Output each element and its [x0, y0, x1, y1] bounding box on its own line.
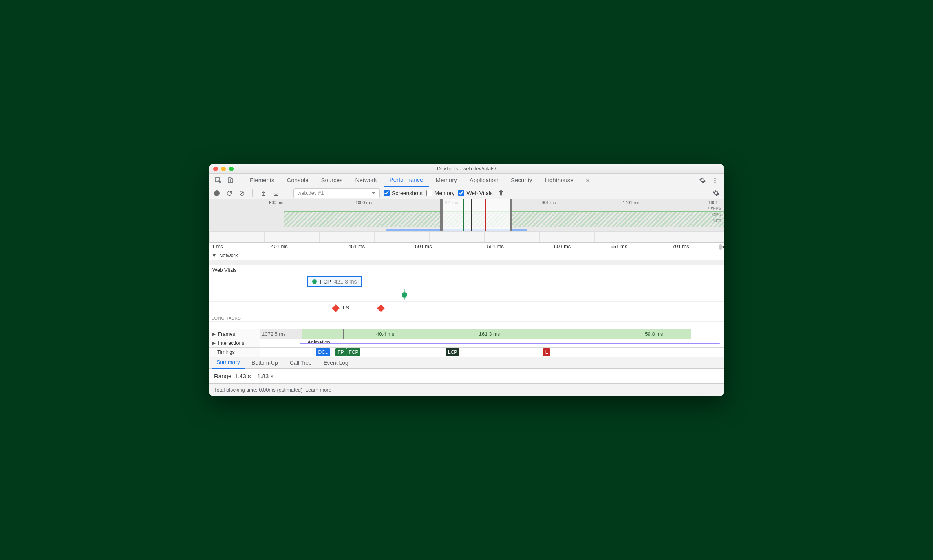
save-profile-button[interactable]	[272, 189, 280, 198]
timings-header[interactable]: Timings	[209, 348, 260, 357]
web-vitals-title: Web Vitals	[209, 265, 724, 275]
tab-elements[interactable]: Elements	[244, 174, 280, 187]
timing-chip-lcp[interactable]: LCP	[446, 348, 459, 356]
delete-profile-button[interactable]	[497, 189, 505, 198]
maximize-icon[interactable]	[229, 167, 234, 171]
minimize-icon[interactable]	[221, 167, 226, 171]
learn-more-link[interactable]: Learn more	[306, 387, 331, 393]
screenshots-checkbox[interactable]: Screenshots	[384, 190, 423, 196]
tab-lighthouse[interactable]: Lighthouse	[539, 174, 579, 187]
screenshots-checkbox-input[interactable]	[384, 190, 390, 196]
tab-performance[interactable]: Performance	[384, 174, 429, 187]
web-vitals-checkbox[interactable]: Web Vitals	[458, 190, 492, 196]
ruler-tick: 501 ms	[415, 243, 432, 249]
fcp-name: FCP	[320, 278, 331, 285]
overview-tick: 901 ms	[542, 200, 556, 205]
interactions-header[interactable]: ▶ Interactions	[209, 339, 260, 347]
details-tab-bottom-up[interactable]: Bottom-Up	[247, 357, 283, 369]
frame-segment[interactable]: 40.4 ms	[344, 329, 427, 339]
performance-toolbar: web.dev #1 Screenshots Memory Web Vitals	[209, 187, 724, 199]
ls-marker-1[interactable]	[332, 304, 340, 312]
disclosure-triangle-icon: ▶	[212, 331, 216, 337]
ls-label: LS	[343, 305, 349, 311]
separator	[252, 189, 253, 197]
close-icon[interactable]	[213, 167, 218, 171]
tab-application[interactable]: Application	[464, 174, 504, 187]
profile-select-value: web.dev #1	[298, 190, 324, 196]
frame-segment[interactable]	[552, 329, 617, 339]
tab-console[interactable]: Console	[282, 174, 314, 187]
more-tabs-button[interactable]: »	[581, 174, 595, 187]
chevron-down-icon	[371, 192, 375, 194]
ruler-tick: 651 ms	[611, 243, 627, 249]
network-track-header[interactable]: ▼ Network	[209, 251, 724, 260]
detail-ruler[interactable]: 1 ms401 ms451 ms501 ms551 ms601 ms651 ms…	[209, 243, 724, 251]
separator	[693, 176, 693, 184]
svg-point-5	[714, 181, 715, 183]
devtools-window: DevTools - web.dev/vitals/ ElementsConso…	[209, 164, 724, 396]
interactions-lane[interactable]: Animation	[260, 339, 724, 347]
long-tasks-header: LONG TASKS	[209, 315, 724, 322]
gear-icon[interactable]	[697, 175, 708, 186]
overview-tick: 1401 ms	[623, 200, 639, 205]
timing-chip-dcl[interactable]: DCL	[316, 348, 330, 356]
ruler-tick: 451 ms	[348, 243, 365, 249]
ruler-tick: 601 ms	[554, 243, 571, 249]
kebab-menu-icon[interactable]	[710, 175, 721, 186]
capture-settings-gear-icon[interactable]	[712, 189, 721, 198]
ruler-scrollbar[interactable]	[719, 244, 722, 250]
animation-bar[interactable]	[300, 343, 720, 344]
frame-segment[interactable]	[320, 329, 344, 339]
web-vitals-section: Web Vitals FCP 421.8 ms LS LONG TASKS	[209, 265, 724, 329]
collapse-drag-bar[interactable]: ⋯	[209, 260, 724, 265]
frame-segment[interactable]: 1072.5 ms	[260, 329, 302, 339]
timings-track: Timings DCLFPFCPLCPL	[209, 348, 724, 357]
interactions-track: ▶ Interactions Animation	[209, 339, 724, 348]
frame-segment[interactable]: 161.3 ms	[427, 329, 552, 339]
details-tabs: SummaryBottom-UpCall TreeEvent Log	[209, 357, 724, 369]
memory-checkbox-input[interactable]	[426, 190, 432, 196]
disclosure-triangle-icon: ▼	[212, 253, 217, 258]
window-title: DevTools - web.dev/vitals/	[209, 166, 724, 172]
inspect-icon[interactable]	[212, 175, 223, 186]
details-tab-call-tree[interactable]: Call Tree	[285, 357, 316, 369]
clear-button[interactable]	[238, 189, 246, 198]
timing-chip-fcp[interactable]: FCP	[346, 348, 360, 356]
memory-checkbox[interactable]: Memory	[426, 190, 455, 196]
traffic-lights	[209, 167, 234, 171]
web-vitals-lane-fcp[interactable]: FCP 421.8 ms	[209, 275, 724, 288]
frames-track: ▶ Frames 1072.5 ms40.4 ms161.3 ms59.8 ms	[209, 329, 724, 339]
timing-chip-l[interactable]: L	[543, 348, 551, 356]
ls-marker-2[interactable]	[377, 304, 385, 312]
reload-button[interactable]	[225, 189, 234, 198]
frame-segment[interactable]	[302, 329, 320, 339]
ruler-tick: 701 ms	[672, 243, 689, 249]
frames-lane[interactable]: 1072.5 ms40.4 ms161.3 ms59.8 ms	[260, 329, 724, 339]
lcp-dot-icon[interactable]	[402, 292, 407, 298]
ruler-tick: 1 ms	[212, 243, 223, 249]
profile-select[interactable]: web.dev #1	[293, 188, 380, 198]
total-blocking-time: Total blocking time: 0.00ms (estimated)	[214, 387, 302, 393]
tab-security[interactable]: Security	[505, 174, 538, 187]
timings-lane[interactable]: DCLFPFCPLCPL	[260, 348, 724, 357]
tab-memory[interactable]: Memory	[430, 174, 463, 187]
summary-panel: Range: 1.43 s – 1.83 s	[209, 369, 724, 383]
details-tab-summary[interactable]: Summary	[212, 357, 245, 369]
tab-sources[interactable]: Sources	[316, 174, 348, 187]
web-vitals-lane-ls[interactable]: LS	[209, 302, 724, 315]
fcp-chip[interactable]: FCP 421.8 ms	[307, 276, 362, 287]
web-vitals-checkbox-input[interactable]	[458, 190, 464, 196]
web-vitals-lane-lcp[interactable]	[209, 288, 724, 302]
details-tab-event-log[interactable]: Event Log	[319, 357, 353, 369]
timeline-overview[interactable]: 500 ms1000 ms401 ms901 ms1401 ms1901 ms …	[209, 199, 724, 243]
timing-chip-fp[interactable]: FP	[335, 348, 346, 356]
frames-header[interactable]: ▶ Frames	[209, 329, 260, 339]
overview-filmstrip	[209, 231, 724, 242]
load-profile-button[interactable]	[259, 189, 268, 198]
fcp-dot-icon	[312, 279, 317, 284]
tab-network[interactable]: Network	[350, 174, 382, 187]
record-button[interactable]	[212, 189, 221, 198]
long-tasks-lane[interactable]	[209, 322, 724, 329]
device-toggle-icon[interactable]	[225, 175, 236, 186]
frame-segment[interactable]: 59.8 ms	[617, 329, 692, 339]
